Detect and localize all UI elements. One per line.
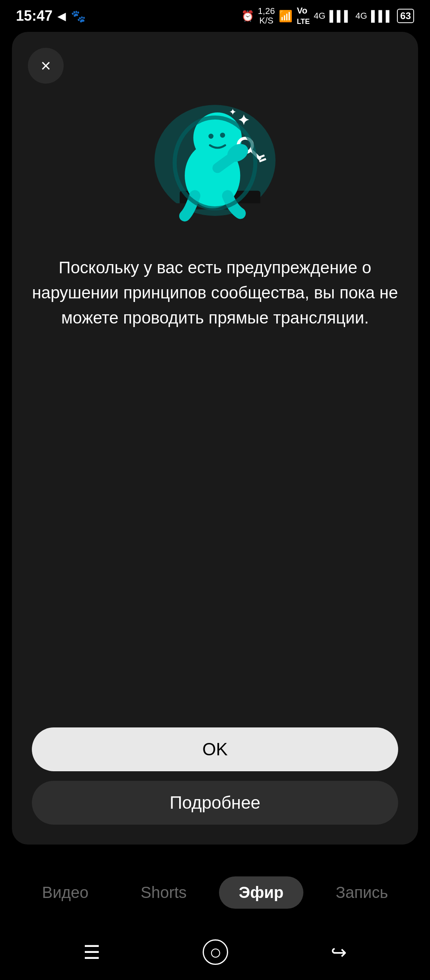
buttons-area: OK Подробнее bbox=[32, 727, 398, 825]
close-icon: × bbox=[41, 57, 51, 74]
illustration: ✦ ✦ bbox=[139, 80, 291, 231]
app-icon: 🐾 bbox=[71, 9, 86, 23]
signal-bars-1: ▌▌▌ bbox=[329, 10, 351, 22]
bottom-nav: ☰ ○ ↩ bbox=[0, 924, 430, 980]
ok-button[interactable]: OK bbox=[32, 727, 398, 771]
tab-shorts[interactable]: Shorts bbox=[121, 876, 207, 909]
details-button[interactable]: Подробнее bbox=[32, 781, 398, 825]
status-left: 15:47 ◀ 🐾 bbox=[16, 8, 86, 24]
alarm-icon: ⏰ bbox=[241, 10, 254, 22]
menu-icon[interactable]: ☰ bbox=[83, 941, 100, 963]
navigation-icon: ◀ bbox=[57, 10, 66, 23]
close-button[interactable]: × bbox=[28, 48, 64, 84]
back-icon[interactable]: ↩ bbox=[331, 941, 347, 963]
svg-point-14 bbox=[220, 133, 225, 138]
tab-zapis-label: Запись bbox=[336, 884, 388, 902]
tab-video-label: Видео bbox=[42, 884, 88, 902]
message-text: Поскольку у вас есть предупреждение о на… bbox=[32, 255, 398, 711]
speed-indicator: 1,26K/S bbox=[258, 6, 275, 25]
dialog-container: ✦ ✦ Поскольку у вас есть предупреждение … bbox=[12, 32, 418, 845]
tab-efir[interactable]: Эфир bbox=[219, 876, 303, 909]
wifi-icon: 📶 bbox=[279, 10, 293, 23]
svg-point-13 bbox=[209, 134, 214, 139]
status-bar: 15:47 ◀ 🐾 ⏰ 1,26K/S 📶 VoLTE 4G ▌▌▌ 4G ▌▌… bbox=[0, 0, 430, 32]
tab-efir-label: Эфир bbox=[239, 884, 283, 902]
signal-bars-2: ▌▌▌ bbox=[371, 10, 393, 22]
lte-indicator: VoLTE bbox=[297, 6, 310, 26]
battery-indicator: 63 bbox=[397, 9, 414, 23]
home-icon[interactable]: ○ bbox=[203, 939, 228, 965]
tab-video[interactable]: Видео bbox=[22, 876, 108, 909]
status-right: ⏰ 1,26K/S 📶 VoLTE 4G ▌▌▌ 4G ▌▌▌ 63 bbox=[241, 6, 414, 26]
status-time: 15:47 bbox=[16, 8, 53, 24]
signal-4g-2: 4G bbox=[356, 11, 367, 21]
svg-text:✦: ✦ bbox=[229, 107, 236, 117]
signal-4g-1: 4G bbox=[314, 11, 325, 21]
tab-shorts-label: Shorts bbox=[141, 884, 187, 902]
bottom-tabs: Видео Shorts Эфир Запись bbox=[0, 860, 430, 924]
tab-zapis[interactable]: Запись bbox=[316, 876, 408, 909]
